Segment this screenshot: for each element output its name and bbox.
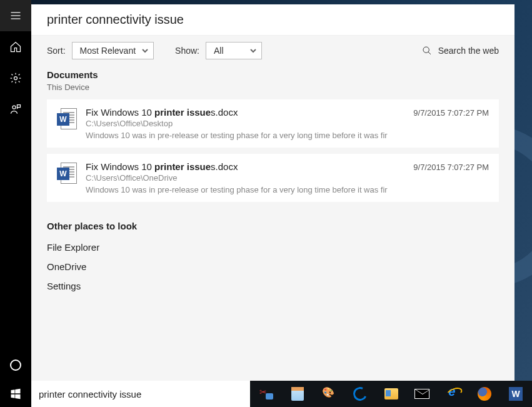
taskbar-notepad[interactable] xyxy=(286,381,309,407)
show-value: All xyxy=(214,46,224,56)
svg-point-4 xyxy=(13,106,16,109)
home-button[interactable] xyxy=(0,31,31,63)
taskbar-file-explorer[interactable] xyxy=(380,381,403,407)
result-path: C:\Users\Office\OneDrive xyxy=(86,173,489,183)
search-query-title: printer connectivity issue xyxy=(47,13,184,27)
taskbar-edge[interactable] xyxy=(349,381,371,407)
cortana-left-rail xyxy=(0,0,31,407)
taskbar-search-box[interactable] xyxy=(31,381,250,407)
word-icon: W xyxy=(509,387,523,401)
settings-button[interactable] xyxy=(0,63,31,94)
documents-heading: Documents xyxy=(47,69,499,80)
result-item[interactable]: W Fix Windows 10 printer issues.docx 9/7… xyxy=(47,99,499,148)
result-snippet: Windows 10 was in pre-release or testing… xyxy=(86,185,489,194)
svg-line-6 xyxy=(428,52,431,54)
gear-icon xyxy=(9,72,22,84)
sort-value: Most Relevant xyxy=(80,46,136,56)
notepad-icon xyxy=(291,387,304,401)
sort-select[interactable]: Most Relevant xyxy=(72,42,154,59)
scissors-icon xyxy=(259,388,273,399)
feedback-button[interactable] xyxy=(0,94,31,125)
taskbar-word[interactable]: W xyxy=(504,381,527,407)
chevron-down-icon xyxy=(142,46,148,56)
search-header: printer connectivity issue xyxy=(31,4,514,36)
other-link-file-explorer[interactable]: File Explorer xyxy=(47,238,499,257)
word-document-icon: W xyxy=(57,108,77,133)
result-date: 9/7/2015 7:07:27 PM xyxy=(413,108,489,118)
search-results-panel: printer connectivity issue Sort: Most Re… xyxy=(31,4,514,381)
search-web-label: Search the web xyxy=(438,46,499,56)
edge-icon xyxy=(351,385,369,403)
start-button[interactable] xyxy=(0,381,31,407)
result-path: C:\Users\Office\Desktop xyxy=(86,119,489,128)
result-item[interactable]: W Fix Windows 10 printer issues.docx 9/7… xyxy=(47,154,499,202)
windows-logo-icon xyxy=(10,388,21,399)
result-title: Fix Windows 10 printer issues.docx xyxy=(86,107,238,118)
cortana-button[interactable] xyxy=(0,349,31,381)
person-feedback-icon xyxy=(9,103,22,116)
cortana-ring-icon xyxy=(10,359,21,371)
firefox-icon xyxy=(478,387,491,401)
svg-point-5 xyxy=(423,47,429,53)
chevron-down-icon xyxy=(250,46,256,56)
palette-icon xyxy=(322,388,336,400)
documents-scope: This Device xyxy=(47,83,499,92)
result-date: 9/7/2015 7:07:27 PM xyxy=(413,163,489,172)
svg-point-3 xyxy=(14,77,18,80)
taskbar: W xyxy=(250,381,532,407)
taskbar-firefox[interactable] xyxy=(473,381,496,407)
filter-bar: Sort: Most Relevant Show: All Search the… xyxy=(31,36,514,66)
word-document-icon: W xyxy=(57,163,77,188)
hamburger-icon xyxy=(9,9,22,22)
show-select[interactable]: All xyxy=(206,42,262,59)
results-area: Documents This Device W Fix Windows 10 p… xyxy=(31,66,514,381)
taskbar-snipping-tool[interactable] xyxy=(255,381,278,407)
envelope-icon xyxy=(414,389,429,399)
search-input[interactable] xyxy=(39,389,243,399)
result-snippet: Windows 10 was in pre-release or testing… xyxy=(86,131,489,140)
search-the-web-link[interactable]: Search the web xyxy=(422,46,499,56)
folder-icon xyxy=(384,388,398,399)
ie-icon xyxy=(446,387,460,401)
result-title: Fix Windows 10 printer issues.docx xyxy=(86,161,238,172)
sort-label: Sort: xyxy=(47,46,66,56)
search-icon xyxy=(422,46,432,56)
taskbar-mail[interactable] xyxy=(411,381,433,407)
taskbar-paint[interactable] xyxy=(318,381,340,407)
show-label: Show: xyxy=(175,46,199,56)
hamburger-menu-button[interactable] xyxy=(0,0,31,31)
taskbar-internet-explorer[interactable] xyxy=(442,381,464,407)
other-link-onedrive[interactable]: OneDrive xyxy=(47,257,499,276)
other-places-heading: Other places to look xyxy=(47,221,499,231)
home-icon xyxy=(9,41,22,53)
other-link-settings[interactable]: Settings xyxy=(47,276,499,296)
